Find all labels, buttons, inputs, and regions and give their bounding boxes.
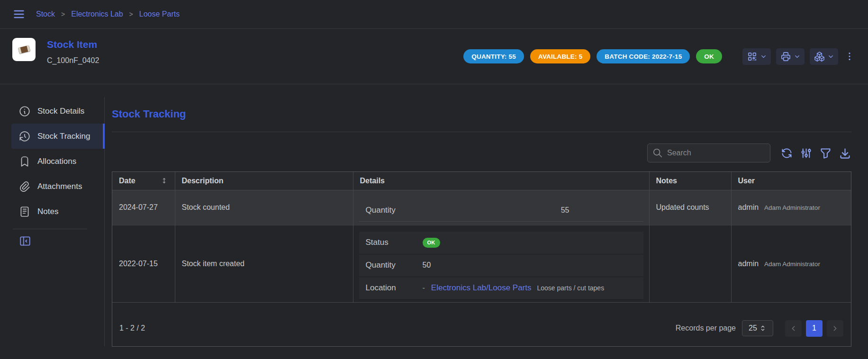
breadcrumb-link[interactable]: Stock — [36, 10, 55, 18]
status-badge: OK — [423, 238, 440, 248]
location-link[interactable]: Electronics Lab/Loose Parts — [431, 283, 532, 292]
detail-row-quantity: Quantity50 — [359, 254, 643, 277]
search-box — [647, 144, 770, 162]
pagination-area: Records per page 25 1 — [676, 320, 843, 337]
qrcode-icon — [747, 51, 758, 62]
filter-button[interactable] — [819, 147, 832, 160]
sidebar-item-label: Notes — [37, 207, 58, 216]
date-cell: 2022-07-15 — [112, 225, 175, 302]
details-list: Quantity55 — [359, 200, 643, 222]
status-badges: QUANTITY: 55AVAILABLE: 5BATCH CODE: 2022… — [463, 49, 722, 63]
table-header-row: DateDescriptionDetailsNotesUser — [112, 172, 851, 190]
sort-icon — [160, 177, 168, 185]
menu-icon[interactable] — [12, 8, 26, 21]
detail-key: Quantity — [359, 260, 423, 270]
content: Stock DetailsStock TrackingAllocationsAt… — [0, 84, 868, 359]
column-header-notes: Notes — [649, 172, 731, 190]
breadcrumb-link[interactable]: Loose Parts — [139, 10, 180, 18]
pagination: 1 — [785, 320, 843, 337]
detail-key: Location — [359, 283, 423, 293]
breadcrumb: Stock>Electronics Lab>Loose Parts — [36, 10, 180, 18]
page-1-button[interactable]: 1 — [806, 320, 823, 337]
stock-badge: BATCH CODE: 2022-7-15 — [597, 49, 690, 63]
filter-icon — [819, 147, 832, 160]
chevron-down-icon — [794, 53, 801, 60]
chevron-left-icon — [789, 324, 797, 332]
table-toolbar — [112, 144, 851, 162]
table-options-button[interactable] — [800, 147, 813, 160]
sidebar-item-attachments[interactable]: Attachments — [11, 174, 105, 199]
records-per-page-select[interactable]: 25 — [742, 320, 773, 336]
previous-page-button[interactable] — [785, 320, 802, 337]
stock-badge: OK — [696, 49, 722, 63]
download-button[interactable] — [839, 147, 851, 160]
refresh-button[interactable] — [780, 147, 793, 160]
bookmark-icon — [18, 155, 31, 168]
table-footer: 1 - 2 / 2 Records per page 25 1 — [112, 302, 851, 346]
tracking-table: DateDescriptionDetailsNotesUser 2024-07-… — [112, 172, 851, 302]
next-page-button[interactable] — [827, 320, 843, 337]
section-title: Stock Tracking — [112, 108, 851, 120]
table-row[interactable]: 2022-07-15Stock item createdStatusOKQuan… — [112, 225, 851, 302]
notes-cell — [649, 225, 731, 302]
selector-icon — [759, 324, 767, 332]
user-cell-td: adminAdam Administrator — [731, 190, 851, 225]
download-icon — [839, 147, 851, 160]
sidebar-item-label: Stock Details — [37, 107, 84, 116]
adjustments-icon — [800, 147, 813, 160]
more-actions-button[interactable] — [843, 48, 856, 65]
barcode-actions-button[interactable] — [742, 48, 771, 65]
detail-key: Quantity — [359, 206, 423, 215]
sidebar-item-stock-tracking[interactable]: Stock Tracking — [11, 124, 105, 149]
location-description: Loose parts / cut tapes — [537, 284, 605, 292]
part-name: C_100nF_0402 — [47, 56, 99, 65]
main-panel: Stock Tracking DateDescriptionDetailsNot… — [105, 84, 868, 359]
column-header-inner: User — [738, 177, 847, 185]
breadcrumb-link[interactable]: Electronics Lab — [71, 10, 123, 18]
sidebar-item-stock-details[interactable]: Stock Details — [11, 99, 105, 124]
sidebar-item-label: Stock Tracking — [37, 132, 90, 141]
table-row[interactable]: 2024-07-27Stock countedQuantity55Updated… — [112, 190, 851, 225]
column-header-inner: Notes — [656, 177, 726, 185]
print-actions-button[interactable] — [776, 48, 805, 65]
sidebar-items: Stock DetailsStock TrackingAllocationsAt… — [0, 99, 104, 224]
detail-value: 50 — [423, 261, 431, 269]
column-header-description: Description — [175, 172, 353, 190]
detail-value: -Electronics Lab/Loose PartsLoose parts … — [423, 283, 605, 293]
sidebar-item-notes[interactable]: Notes — [11, 199, 105, 224]
column-label: Description — [182, 177, 224, 185]
date-cell: 2024-07-27 — [112, 190, 175, 225]
details-list: StatusOKQuantity50Location-Electronics L… — [359, 232, 643, 300]
column-header-user: User — [731, 172, 851, 190]
sidebar-item-allocations[interactable]: Allocations — [11, 149, 105, 174]
tracking-table-container: DateDescriptionDetailsNotesUser 2024-07-… — [112, 171, 851, 347]
packages-icon — [814, 51, 825, 62]
topbar: Stock>Electronics Lab>Loose Parts — [0, 0, 868, 29]
column-header-date[interactable]: Date — [112, 172, 175, 190]
sidebar-divider — [13, 229, 87, 229]
description-cell: Stock item created — [175, 225, 353, 302]
user-cell: adminAdam Administrator — [738, 260, 847, 268]
detail-value: 55 — [423, 206, 570, 215]
username: admin — [738, 260, 759, 268]
chevron-down-icon — [827, 53, 834, 60]
detail-row-quantity: Quantity55 — [359, 200, 643, 222]
dots-vertical-icon — [844, 51, 855, 62]
column-header-inner: Details — [360, 177, 644, 185]
stock-badge: AVAILABLE: 5 — [530, 49, 590, 63]
breadcrumb-separator: > — [61, 10, 65, 18]
history-icon — [18, 130, 31, 143]
page-title: Stock Item — [47, 39, 99, 50]
column-header-inner: Description — [182, 177, 348, 185]
user-fullname: Adam Administrator — [764, 260, 820, 268]
stock-badge: QUANTITY: 55 — [463, 49, 524, 63]
sidebar-collapse-button[interactable] — [19, 235, 31, 247]
part-thumbnail[interactable] — [12, 38, 36, 61]
stock-operations-button[interactable] — [810, 48, 838, 65]
search-input[interactable] — [667, 149, 765, 157]
paperclip-icon — [18, 180, 31, 193]
search-icon — [652, 148, 663, 158]
stock-item-header: Stock Item C_100nF_0402 QUANTITY: 55AVAI… — [0, 29, 868, 84]
notes-icon — [18, 206, 31, 218]
detail-row-status: StatusOK — [359, 232, 643, 254]
